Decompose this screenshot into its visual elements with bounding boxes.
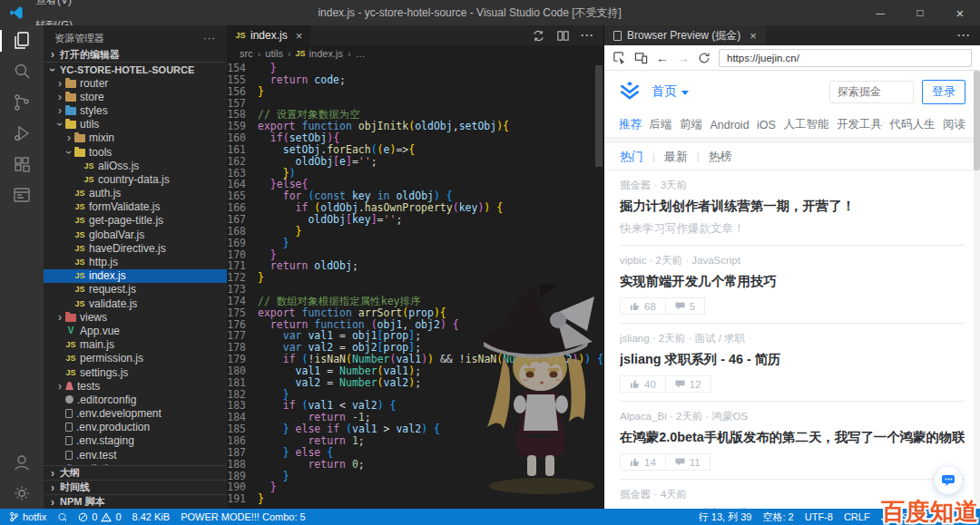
tree-item-.env.development[interactable]: .env.development: [44, 407, 227, 421]
language-mode-item[interactable]: JavaScript: [881, 511, 927, 522]
tree-item-router[interactable]: router: [44, 76, 227, 90]
tree-item-.env.staging[interactable]: .env.staging: [44, 434, 227, 448]
nav-iOS[interactable]: iOS: [757, 119, 776, 131]
section-时间线[interactable]: 时间线: [44, 480, 227, 494]
tree-item-styles[interactable]: styles: [44, 103, 227, 117]
code-editor[interactable]: 154 }155 return code;156}157158// 设置对象数据…: [227, 62, 603, 509]
tree-item-main.js[interactable]: JSmain.js: [44, 338, 227, 352]
extensions-icon[interactable]: [0, 149, 44, 180]
comment-button[interactable]: 12: [665, 375, 711, 393]
article-title[interactable]: 实现前端开发几个常用技巧: [620, 272, 965, 290]
editor-scrollbar[interactable]: [595, 65, 603, 167]
account-icon[interactable]: [0, 447, 44, 478]
tree-item-.editorconfig[interactable]: .editorconfig: [44, 393, 227, 406]
feed-tab-最新[interactable]: 最新: [664, 149, 688, 165]
eol-item[interactable]: CRLF: [844, 511, 870, 522]
article-card[interactable]: vipbic · 2天前 · JavaScript实现前端开发几个常用技巧685: [620, 246, 965, 324]
comment-button[interactable]: 11: [665, 453, 710, 471]
juejin-logo[interactable]: [619, 82, 641, 102]
tree-item-tests[interactable]: tests: [44, 379, 227, 393]
breadcrumb-item[interactable]: utils: [265, 48, 283, 59]
like-button[interactable]: 68: [620, 297, 666, 315]
git-branch-item[interactable]: hotfix: [9, 511, 46, 522]
like-button[interactable]: 14: [620, 453, 666, 471]
reload-icon[interactable]: [698, 52, 710, 64]
minimize-button[interactable]: [860, 0, 900, 25]
close-button[interactable]: [940, 0, 980, 25]
nav-前端[interactable]: 前端: [680, 117, 702, 132]
article-card[interactable]: 掘金酱 · 3天前掘力计划创作者训练营第一期，开营了！快来学习写作爆款文章！: [620, 170, 965, 246]
panel-more-icon[interactable]: [957, 29, 971, 42]
source-control-icon[interactable]: [0, 87, 44, 118]
settings-gear-icon[interactable]: [0, 478, 44, 509]
nav-人工智能[interactable]: 人工智能: [783, 117, 828, 132]
tree-item-request.js[interactable]: JSrequest.js: [44, 283, 227, 297]
article-title[interactable]: jsliang 求职系列 - 46 - 简历: [620, 350, 965, 368]
breadcrumb-item[interactable]: index.js: [309, 48, 343, 59]
nav-后端[interactable]: 后端: [650, 117, 672, 132]
article-card[interactable]: 掘金酱 · 4天前榜单公布 | 优质文章排行榜(12.09~12.15)快来看看…: [620, 480, 965, 509]
feedback-smiley-icon[interactable]: [938, 511, 949, 522]
section-大纲[interactable]: 大纲: [44, 465, 227, 480]
tree-item-store[interactable]: store: [44, 90, 227, 103]
tree-item-settings.js[interactable]: JSsettings.js: [44, 365, 227, 379]
tree-item-permission.js[interactable]: JSpermission.js: [44, 352, 227, 365]
tree-item-index.js[interactable]: JSindex.js: [44, 269, 227, 283]
encoding-item[interactable]: UTF-8: [805, 511, 833, 522]
explorer-icon[interactable]: [0, 25, 44, 56]
feedback-chat-button[interactable]: [935, 467, 962, 494]
more-actions-icon[interactable]: [581, 29, 594, 42]
notifications-bell-icon[interactable]: [960, 511, 971, 522]
sync-item[interactable]: [57, 511, 67, 522]
problems-item[interactable]: 0 0: [78, 511, 121, 522]
article-title[interactable]: 榜单公布 | 优质文章排行榜(12.09~12.15): [620, 506, 965, 509]
device-toolbar-icon[interactable]: [634, 51, 648, 64]
tree-item-haveDirective.js[interactable]: JShaveDirective.js: [44, 241, 227, 255]
tree-item-.env.test[interactable]: .env.test: [44, 448, 227, 462]
tree-item-mixin[interactable]: mixin: [44, 131, 227, 145]
breadcrumb-item[interactable]: src: [240, 48, 253, 59]
tree-item-validate.js[interactable]: JSvalidate.js: [44, 297, 227, 310]
tree-item-get-page-title.js[interactable]: JSget-page-title.js: [44, 214, 227, 228]
browser-preview-tab[interactable]: Browser Preview (掘金): [604, 25, 766, 45]
nav-代码人生[interactable]: 代码人生: [889, 117, 935, 132]
page-scrollbar-thumb[interactable]: [974, 71, 980, 170]
article-card[interactable]: Alpaca_Bi · 2天前 · 鸿蒙OS在鸿蒙2.0beta手机版发布的第二…: [620, 402, 965, 480]
tree-item-aliOss.js[interactable]: JSaliOss.js: [44, 159, 227, 172]
close-tab-icon[interactable]: [296, 29, 303, 43]
comment-button[interactable]: 5: [665, 297, 705, 315]
maximize-button[interactable]: [900, 0, 940, 25]
tree-item-views[interactable]: views: [44, 310, 227, 324]
forward-icon[interactable]: →: [677, 52, 690, 64]
open-preview-icon[interactable]: [532, 29, 545, 43]
cursor-position-item[interactable]: 行 13, 列 39: [699, 510, 752, 524]
tree-item-formValidate.js[interactable]: JSformValidate.js: [44, 200, 227, 214]
search-icon[interactable]: [0, 56, 44, 87]
tree-item-globalVar.js[interactable]: JSglobalVar.js: [44, 228, 227, 241]
power-mode-item[interactable]: POWER MODE!!! Combo: 5: [181, 511, 306, 522]
article-title[interactable]: 掘力计划创作者训练营第一期，开营了！: [620, 197, 965, 215]
nav-Android[interactable]: Android: [710, 119, 750, 131]
juejin-search-input[interactable]: [829, 81, 914, 103]
nav-推荐[interactable]: 推荐: [619, 117, 642, 132]
tree-item-tools[interactable]: tools: [44, 145, 227, 159]
sidebar-more-icon[interactable]: [203, 33, 216, 44]
tab-index-js[interactable]: JS index.js: [227, 25, 310, 45]
close-preview-icon[interactable]: [750, 29, 757, 43]
url-input[interactable]: [719, 49, 972, 67]
file-size-item[interactable]: 8.42 KiB: [132, 511, 171, 522]
tree-item-.env.production[interactable]: .env.production: [44, 421, 227, 434]
article-title[interactable]: 在鸿蒙2.0beta手机版发布的第二天，我写了一个鸿蒙的物联网应用手机APP: [620, 428, 965, 446]
feed-tab-热门[interactable]: 热门: [620, 149, 643, 165]
inspect-element-icon[interactable]: [612, 51, 626, 64]
open-editors-section[interactable]: 打开的编辑器: [44, 47, 227, 62]
feed-tab-热榜[interactable]: 热榜: [709, 149, 732, 165]
nav-开发工具[interactable]: 开发工具: [837, 117, 882, 132]
tree-item-country-data.js[interactable]: JScountry-data.js: [44, 172, 227, 186]
breadcrumb-item[interactable]: …: [356, 48, 366, 59]
page-scrollbar[interactable]: [974, 71, 980, 509]
home-menu[interactable]: 首页: [652, 83, 689, 100]
article-card[interactable]: jsliang · 2天前 · 面试 / 求职jsliang 求职系列 - 46…: [620, 324, 965, 402]
tree-item-App.vue[interactable]: VApp.vue: [44, 324, 227, 337]
login-button[interactable]: 登录: [922, 80, 965, 104]
